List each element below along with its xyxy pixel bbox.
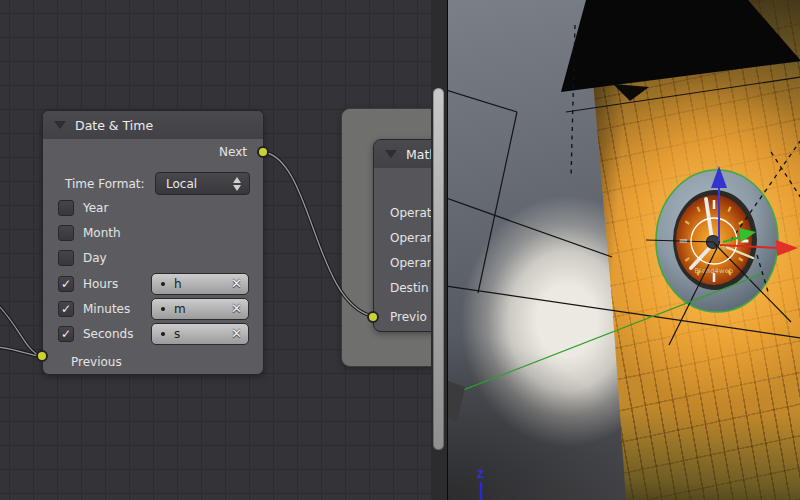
spotlight-lamp-silhouette[interactable] [561,0,800,92]
hours-suffix-field[interactable]: h ✕ [151,273,249,295]
input-label-previous: Previous [71,355,122,369]
field-value: m [174,302,186,316]
clear-x-icon[interactable]: ✕ [231,301,242,316]
checkbox-label: Day [83,251,107,265]
checkbox-label: Hours [83,277,118,291]
math-row: Destin [390,281,429,295]
math-row: Operan [390,231,434,245]
time-format-dropdown[interactable]: Local [155,172,250,195]
time-format-value: Local [166,177,197,191]
math-row: Operat [390,206,431,220]
node-date-time[interactable]: Date & Time Next Time Format: Local Year… [42,110,264,375]
clear-x-icon[interactable]: ✕ [231,276,242,291]
lamp-tip [613,84,649,101]
field-dot-icon [161,307,165,311]
socket-previous-input[interactable] [36,350,48,362]
math-row: Previo [390,310,427,324]
wireframe-edge [448,198,612,257]
field-dot-icon [161,282,165,286]
clear-x-icon[interactable]: ✕ [231,326,242,341]
viewport-3d[interactable]: Blend4web [447,0,800,500]
socket-next-output[interactable] [257,146,269,158]
field-dot-icon [161,332,165,336]
clock-brand-text: Blend4web [695,267,734,275]
node-editor-canvas[interactable]: Date & Time Next Time Format: Local Year… [0,0,447,500]
wireframe-edge [448,90,517,112]
collapse-triangle-icon[interactable] [385,150,397,158]
checkbox-minutes[interactable]: ✓ [58,301,74,317]
dropdown-arrows-icon [233,176,242,192]
vertical-scrollbar[interactable] [433,88,444,450]
node-date-time-header[interactable]: Date & Time [43,111,263,139]
checkbox-hours[interactable]: ✓ [58,276,74,292]
blender-window: Date & Time Next Time Format: Local Year… [0,0,800,500]
checkbox-label: Month [83,226,121,240]
math-row: Operan [390,256,434,270]
axis-indicator: Z [477,469,484,500]
output-label-next: Next [219,145,247,159]
seconds-suffix-field[interactable]: s ✕ [151,323,249,345]
wireframe-edge [478,112,517,293]
shadow-object [448,381,465,422]
checkbox-month[interactable] [58,225,74,241]
field-value: h [174,277,182,291]
minutes-suffix-field[interactable]: m ✕ [151,298,249,320]
checkbox-seconds[interactable]: ✓ [58,326,74,342]
z-axis-label: Z [477,469,484,480]
field-value: s [174,327,180,341]
viewport-overlay: Blend4web [448,0,800,500]
checkbox-label: Seconds [83,327,133,341]
collapse-triangle-icon[interactable] [54,121,66,129]
checkbox-label: Minutes [83,302,130,316]
gizmo-x-arrowhead-icon[interactable] [776,240,798,256]
checkbox-label: Year [83,201,108,215]
checkbox-year[interactable] [58,200,74,216]
region-divider [431,0,447,500]
time-format-label: Time Format: [65,177,145,191]
checkbox-day[interactable] [58,250,74,266]
node-title: Date & Time [75,118,153,133]
socket-math-previous-input[interactable] [367,311,379,323]
lamp-constraint-dashed-line [771,152,800,198]
grid-y-axis-line [448,273,764,396]
